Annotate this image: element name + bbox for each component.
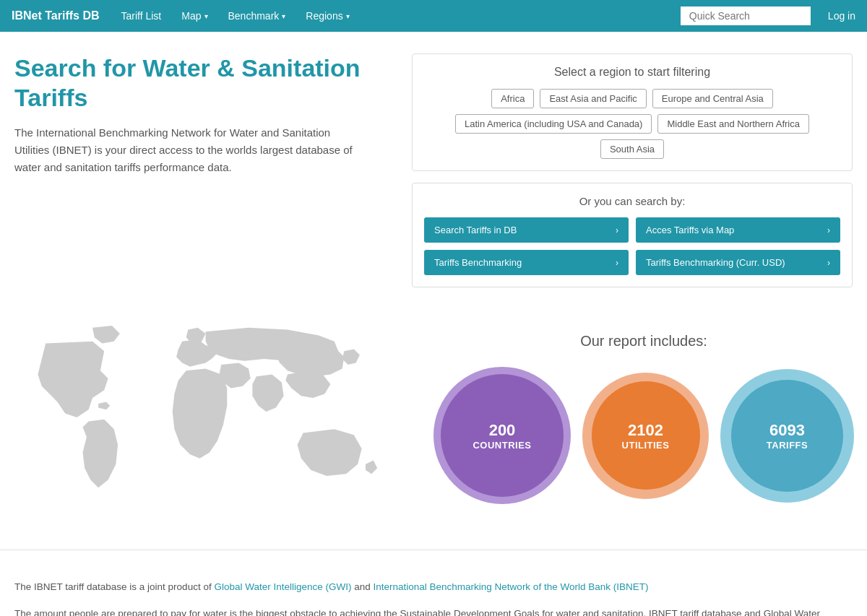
region-btn-africa[interactable]: Africa [491, 89, 534, 108]
tariffs-benchmarking-button[interactable]: Tariffs Benchmarking › [424, 250, 629, 275]
report-title: Our report includes: [434, 333, 854, 350]
countries-label: COUNTRIES [473, 440, 531, 451]
tariffs-benchmarking-usd-button[interactable]: Tariffs Benchmarking (Curr. USD) › [636, 250, 840, 275]
utilities-stat-circle: 2102 UTILITIES [592, 381, 700, 490]
nav-benchmark[interactable]: Benchmark ▾ [221, 10, 293, 22]
arrow-icon: › [616, 225, 618, 235]
arrow-icon: › [616, 258, 618, 268]
tariffs-number: 6093 [769, 421, 805, 440]
region-buttons-container: Africa East Asia and Pacific Europe and … [424, 89, 840, 159]
region-filter-box: Select a region to start filtering Afric… [412, 53, 853, 171]
nav-tariff-list[interactable]: Tariff List [114, 10, 169, 22]
tariffs-circle-outer: 6093 TARIFFS [720, 369, 854, 503]
utilities-label: UTILITIES [622, 440, 670, 451]
chevron-down-icon: ▾ [204, 12, 208, 20]
footer-link-gwi[interactable]: Global Water Intelligence (GWI) [214, 581, 351, 592]
login-button[interactable]: Log in [828, 10, 855, 22]
search-by-box: Or you can search by: Search Tariffs in … [412, 183, 853, 287]
countries-stat-circle: 200 COUNTRIES [441, 374, 564, 497]
utilities-circle-outer: 2102 UTILITIES [582, 373, 709, 499]
main-content: Search for Water & Sanitation Tariffs Th… [0, 32, 867, 302]
search-input[interactable] [681, 6, 811, 25]
region-btn-latin-america[interactable]: Latin America (including USA and Canada) [455, 114, 652, 134]
access-tariffs-map-button[interactable]: Acces Tariffs via Map › [636, 217, 840, 243]
utilities-number: 2102 [628, 421, 663, 440]
circles-container: 200 COUNTRIES 2102 UTILITIES 6093 TARIFF… [434, 367, 854, 504]
tariffs-label: TARIFFS [767, 440, 808, 451]
region-filter-title: Select a region to start filtering [424, 66, 840, 79]
hero-title: Search for Water & Sanitation Tariffs [14, 53, 390, 113]
search-tariffs-db-button[interactable]: Search Tariffs in DB › [424, 217, 629, 243]
region-btn-south-asia[interactable]: South Asia [600, 139, 664, 159]
navbar: IBNet Tariffs DB Tariff List Map ▾ Bench… [0, 0, 867, 32]
region-btn-middle-east[interactable]: Middle East and Northern Africa [657, 114, 809, 134]
nav-map[interactable]: Map ▾ [174, 10, 215, 22]
region-btn-east-asia[interactable]: East Asia and Pacific [540, 89, 646, 108]
countries-number: 200 [489, 421, 516, 440]
divider [0, 550, 867, 550]
map-report-section: Our report includes: 200 COUNTRIES 2102 … [0, 302, 867, 550]
countries-circle-outer: 200 COUNTRIES [434, 367, 571, 504]
chevron-down-icon: ▾ [282, 12, 285, 20]
search-by-grid: Search Tariffs in DB › Acces Tariffs via… [424, 217, 840, 275]
region-btn-europe[interactable]: Europe and Central Asia [652, 89, 773, 108]
footer-text-prefix: The IBNET tariff database is a joint pro… [14, 581, 214, 592]
search-by-title: Or you can search by: [424, 195, 840, 207]
world-map [14, 309, 405, 526]
footer-text: The IBNET tariff database is a joint pro… [0, 565, 867, 616]
footer-paragraph-2: The amount people are prepared to pay fo… [14, 606, 853, 616]
right-panel: Select a region to start filtering Afric… [412, 53, 853, 287]
nav-brand: IBNet Tariffs DB [12, 9, 100, 22]
nav-regions[interactable]: Regions ▾ [298, 10, 356, 22]
footer-text-middle: and [354, 581, 373, 592]
map-container [14, 309, 405, 528]
hero-description: The International Benchmarking Network f… [14, 124, 361, 176]
footer-paragraph-1: The IBNET tariff database is a joint pro… [14, 579, 853, 596]
tariffs-stat-circle: 6093 TARIFFS [731, 380, 843, 492]
footer-link-ibnet[interactable]: International Benchmarking Network of th… [374, 581, 649, 592]
arrow-icon: › [827, 258, 830, 268]
report-section: Our report includes: 200 COUNTRIES 2102 … [434, 333, 854, 504]
chevron-down-icon: ▾ [346, 12, 350, 20]
left-panel: Search for Water & Sanitation Tariffs Th… [14, 53, 390, 287]
arrow-icon: › [827, 225, 830, 235]
